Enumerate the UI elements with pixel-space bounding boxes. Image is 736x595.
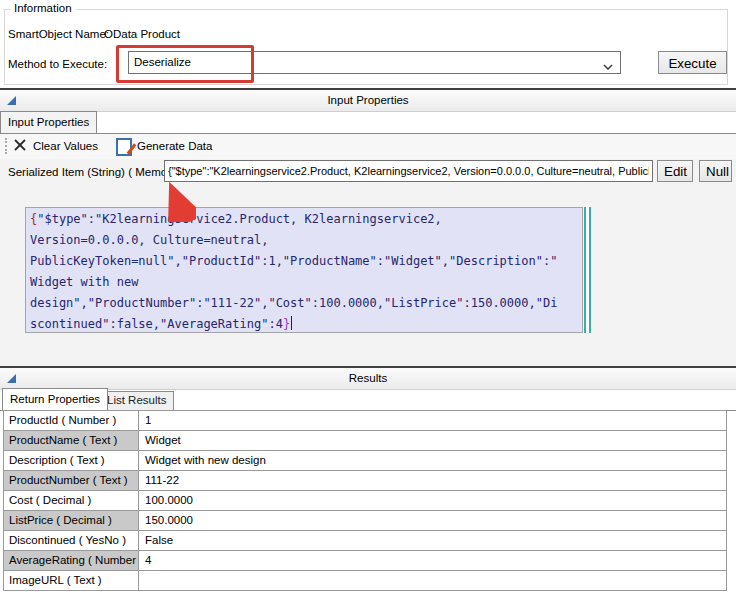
row-label: ListPrice ( Decimal ): [4, 511, 139, 530]
row-label: Description ( Text ): [4, 451, 139, 470]
row-label: ProductNumber ( Text ): [4, 471, 139, 490]
table-row: Description ( Text ) Widget with new des…: [4, 451, 726, 471]
input-properties-panel-title: Input Properties: [0, 94, 736, 106]
memo-line: Version=0.0.0.0, Culture=neutral,: [30, 230, 578, 251]
results-panel-title: Results: [0, 372, 736, 384]
method-dropdown[interactable]: Deserialize: [128, 51, 621, 74]
chevron-down-icon[interactable]: [603, 60, 613, 72]
method-dropdown-selected: Deserialize: [134, 56, 191, 68]
row-label: ProductId ( Number ): [4, 411, 139, 430]
results-tabstrip: Return Properties List Results: [0, 389, 736, 411]
table-row: ImageURL ( Text ): [4, 571, 726, 590]
input-properties-tabstrip: Input Properties: [0, 112, 736, 134]
row-label: ImageURL ( Text ): [4, 571, 139, 590]
row-value: Widget with new design: [139, 451, 726, 470]
row-label: ProductName ( Text ): [4, 431, 139, 450]
edit-button[interactable]: Edit: [657, 160, 693, 182]
memo-line: PublicKeyToken=null","ProductId":1,"Prod…: [30, 251, 578, 272]
generate-data-icon[interactable]: [116, 138, 132, 156]
memo-line: {"$type":"K2learningservice2.Product, K2…: [30, 209, 578, 230]
row-value: 150.0000: [139, 511, 726, 530]
table-row: Cost ( Decimal ) 100.0000: [4, 491, 726, 511]
table-row: ProductId ( Number ) 1: [4, 411, 726, 431]
table-row: AverageRating ( Number ) 4: [4, 551, 726, 571]
memo-scrollbar[interactable]: [584, 207, 591, 333]
input-properties-panel-header[interactable]: Input Properties: [0, 88, 736, 112]
row-label: Discontinued ( YesNo ): [4, 531, 139, 550]
table-row: Discontinued ( YesNo ) False: [4, 531, 726, 551]
toolbar-grip-handle[interactable]: [5, 138, 7, 154]
input-properties-toolbar: Clear Values Generate Data: [0, 134, 736, 159]
pencil-icon: [127, 143, 137, 154]
information-group-label: Information: [10, 2, 76, 14]
memo-line: Widget with new: [30, 272, 578, 293]
row-value: 4: [139, 551, 726, 570]
smartobject-name-label: SmartObject Name:: [8, 28, 109, 40]
table-row: ProductNumber ( Text ) 111-22: [4, 471, 726, 491]
tab-input-properties[interactable]: Input Properties: [0, 111, 97, 133]
row-value: 111-22: [139, 471, 726, 490]
generate-data-button[interactable]: Generate Data: [137, 140, 212, 152]
smartobject-tester-window: { "information": { "group_label": "Infor…: [0, 0, 736, 595]
serialized-item-memo-editor[interactable]: {"$type":"K2learningservice2.Product, K2…: [25, 207, 583, 333]
null-button[interactable]: Null: [699, 160, 732, 182]
serialized-item-input[interactable]: [164, 160, 653, 182]
tab-return-properties[interactable]: Return Properties: [2, 388, 108, 410]
serialized-item-label: Serialized Item (String) ( Memo ): [8, 166, 174, 178]
execute-button[interactable]: Execute: [658, 51, 727, 74]
input-properties-body: Clear Values Generate Data Serialized It…: [0, 134, 736, 366]
tab-list-results[interactable]: List Results: [99, 391, 174, 410]
smartobject-name-value: OData Product: [104, 28, 180, 40]
memo-line: design","ProductNumber":"111-22","Cost":…: [30, 293, 578, 314]
return-properties-table: ProductId ( Number ) 1 ProductName ( Tex…: [3, 410, 727, 591]
row-value: False: [139, 531, 726, 550]
clear-x-icon[interactable]: [14, 139, 26, 151]
table-row: ListPrice ( Decimal ) 150.0000: [4, 511, 726, 531]
method-to-execute-label: Method to Execute:: [8, 58, 107, 70]
row-value: 100.0000: [139, 491, 726, 510]
row-value: 1: [139, 411, 726, 430]
row-label: AverageRating ( Number ): [4, 551, 139, 570]
clear-values-button[interactable]: Clear Values: [33, 140, 98, 152]
row-value: [139, 571, 726, 590]
memo-line: scontinued":false,"AverageRating":4}: [30, 314, 578, 333]
text-caret: [291, 316, 292, 330]
row-label: Cost ( Decimal ): [4, 491, 139, 510]
results-panel-header[interactable]: Results: [0, 366, 736, 390]
table-row: ProductName ( Text ) Widget: [4, 431, 726, 451]
row-value: Widget: [139, 431, 726, 450]
